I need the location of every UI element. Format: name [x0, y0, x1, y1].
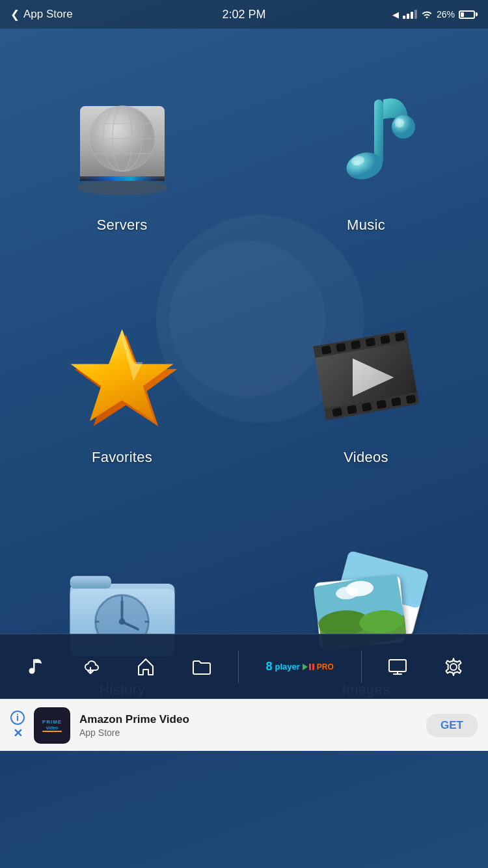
cloud-download-icon: [80, 657, 101, 677]
svg-rect-26: [365, 338, 375, 347]
server-icon: [64, 87, 181, 200]
music-item[interactable]: Music: [244, 42, 488, 274]
gear-icon: [443, 657, 464, 677]
svg-rect-63: [309, 664, 311, 670]
svg-rect-25: [351, 340, 361, 349]
svg-rect-27: [380, 335, 390, 344]
videos-label: Videos: [344, 449, 388, 466]
svg-point-60: [29, 668, 34, 673]
ad-banner: i ✕ prime video Amazon Prime Video App S…: [0, 699, 488, 751]
svg-rect-33: [376, 400, 386, 409]
favorites-label: Favorites: [92, 449, 152, 466]
ad-logo: prime video: [34, 707, 70, 744]
ad-close-icon[interactable]: ✕: [13, 726, 23, 740]
folder-icon: [191, 657, 212, 677]
music-icon-container: [305, 81, 428, 205]
videos-item[interactable]: Videos: [244, 274, 488, 506]
svg-point-44: [118, 619, 125, 625]
svg-rect-34: [391, 398, 401, 407]
svg-rect-65: [389, 660, 406, 671]
favorites-item[interactable]: Favorites: [0, 274, 244, 506]
tab-bar: 8 player PRO: [0, 634, 488, 699]
status-left: ❮ App Store: [10, 8, 73, 21]
home-tab[interactable]: [126, 651, 165, 683]
svg-marker-62: [303, 664, 308, 670]
screen-icon: [387, 657, 408, 677]
screen-tab[interactable]: [378, 651, 417, 683]
svg-rect-39: [70, 576, 111, 588]
settings-tab[interactable]: [434, 651, 473, 683]
battery-percent: 26%: [437, 9, 455, 20]
back-arrow-icon: ❮: [10, 8, 20, 21]
svg-rect-24: [336, 343, 346, 352]
music-label: Music: [347, 217, 385, 234]
ad-text-block: Amazon Prime Video App Store: [79, 713, 417, 738]
servers-icon-container: [61, 81, 184, 205]
svg-point-16: [392, 115, 415, 139]
player-logo: 8 player PRO: [266, 660, 334, 673]
back-label[interactable]: App Store: [23, 8, 73, 21]
battery-icon: [459, 10, 478, 19]
ad-get-button[interactable]: GET: [426, 714, 478, 737]
svg-rect-32: [362, 403, 372, 412]
videos-icon-container: [305, 314, 428, 437]
svg-rect-28: [395, 332, 405, 342]
folder-tab[interactable]: [182, 651, 221, 683]
svg-point-68: [450, 664, 457, 670]
music-tab-icon: [24, 657, 45, 677]
ad-title: Amazon Prime Video: [79, 713, 417, 726]
svg-rect-31: [347, 405, 357, 414]
ad-info-icon[interactable]: i: [10, 711, 25, 725]
favorites-icon-container: [61, 314, 184, 437]
location-icon: ◀: [392, 10, 399, 20]
servers-label: Servers: [97, 217, 148, 234]
ad-subtitle: App Store: [79, 727, 417, 738]
home-icon: [135, 657, 156, 677]
svg-rect-23: [321, 346, 332, 355]
status-bar: ❮ App Store 2:02 PM ◀ 26%: [0, 0, 488, 29]
signal-bars: [403, 10, 417, 19]
svg-point-17: [395, 118, 404, 128]
status-right: ◀ 26%: [392, 9, 478, 20]
servers-item[interactable]: Servers: [0, 42, 244, 274]
tab-divider-left: [238, 651, 239, 683]
star-icon: [61, 315, 184, 435]
player-tab[interactable]: 8 player PRO: [256, 657, 344, 676]
music-tab[interactable]: [15, 651, 54, 683]
status-time: 2:02 PM: [222, 8, 265, 21]
svg-rect-64: [312, 664, 314, 670]
svg-rect-35: [406, 395, 416, 404]
video-icon: [306, 318, 426, 432]
music-icon: [312, 87, 420, 200]
svg-rect-12: [80, 176, 165, 181]
cloud-tab[interactable]: [71, 651, 110, 683]
wifi-icon: [421, 9, 433, 20]
svg-point-2: [77, 180, 168, 195]
tab-divider-right: [361, 651, 362, 683]
svg-rect-30: [332, 408, 342, 417]
